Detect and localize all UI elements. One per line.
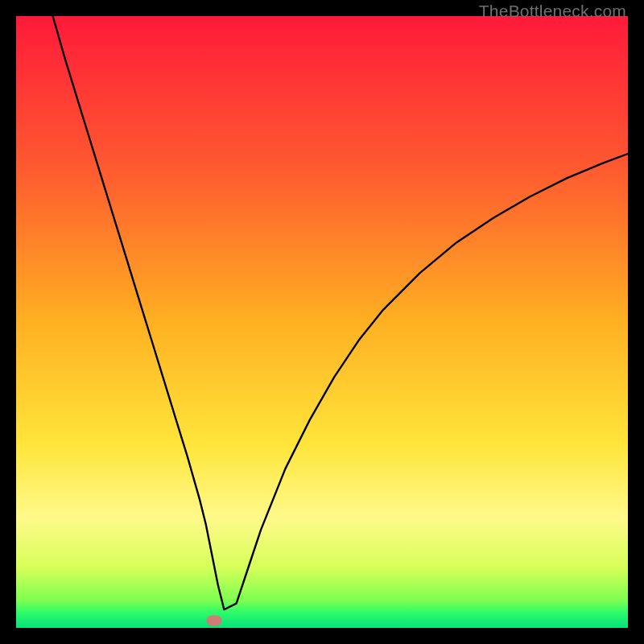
bottleneck-curve [16,16,628,628]
optimal-point-marker [207,615,222,625]
